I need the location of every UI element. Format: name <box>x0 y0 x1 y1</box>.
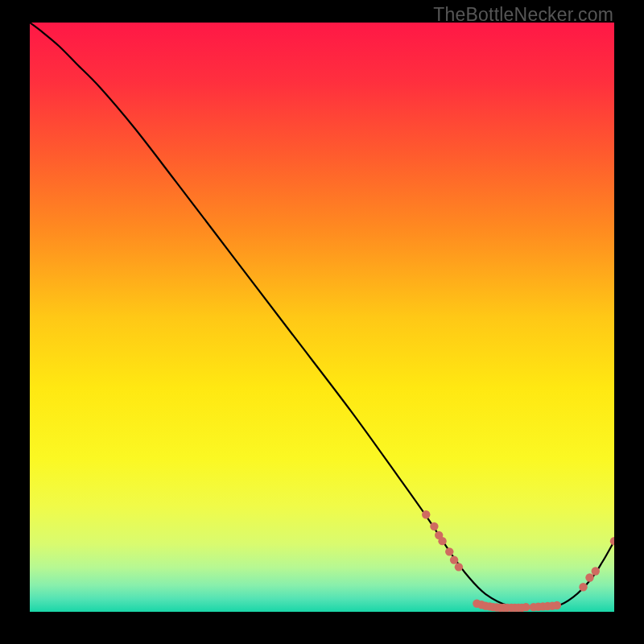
data-point <box>585 573 593 581</box>
gradient-background <box>30 23 614 612</box>
data-point <box>579 583 587 591</box>
data-point <box>522 603 530 611</box>
data-point <box>438 537 446 545</box>
chart-svg <box>30 23 614 612</box>
data-point <box>455 563 463 571</box>
data-point <box>553 601 561 609</box>
data-point <box>592 567 600 575</box>
data-point <box>422 510 430 518</box>
data-point <box>450 555 458 564</box>
data-point <box>445 547 453 555</box>
chart-plot-area <box>30 23 614 612</box>
data-point <box>430 522 438 530</box>
chart-frame: TheBottleNecker.com <box>0 0 644 644</box>
